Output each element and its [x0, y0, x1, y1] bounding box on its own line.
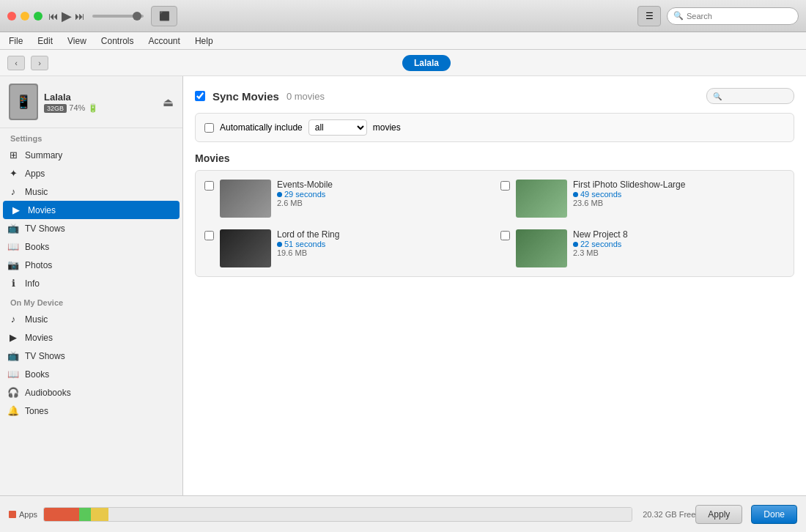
movie-item-new-project-8: New Project 8 22 seconds 2.3 MB: [500, 229, 785, 267]
apps-storage-label: Apps: [19, 510, 37, 519]
sidebar-item-music-device[interactable]: ♪ Music: [0, 310, 182, 328]
minimize-button[interactable]: [21, 12, 29, 21]
movie-thumb-new-project-8: [516, 229, 567, 267]
title-bar: ⏮ ▶ ⏭ ⬛ ☰ 🔍: [0, 0, 806, 32]
storage-segment-free: [108, 508, 632, 521]
sidebar-item-info[interactable]: ℹ Info: [0, 274, 182, 292]
music-icon: ♪: [7, 186, 19, 197]
menu-file[interactable]: File: [6, 34, 26, 48]
movie-info-new-project-8: New Project 8 22 seconds 2.3 MB: [573, 229, 785, 257]
title-right-controls: ☰ 🔍: [637, 6, 799, 26]
sidebar-item-tv-shows[interactable]: 📺 TV Shows: [0, 219, 182, 237]
volume-slider[interactable]: [92, 15, 144, 18]
maximize-button[interactable]: [34, 12, 42, 21]
summary-icon: ⊞: [7, 149, 19, 160]
device-name-badge[interactable]: Lalala: [402, 55, 451, 71]
movie-item-lord-of-the-ring: Lord of the Ring 51 seconds 19.6 MB: [204, 229, 489, 267]
menu-controls[interactable]: Controls: [98, 34, 137, 48]
apps-icon: ✦: [7, 168, 19, 179]
movie-thumb-lord-of-the-ring: [220, 229, 271, 267]
movie-title-lord-of-the-ring: Lord of the Ring: [277, 229, 489, 240]
sidebar-item-photos[interactable]: 📷 Photos: [0, 256, 182, 274]
movie-title-events-mobile: Events-Mobile: [277, 180, 489, 190]
close-button[interactable]: [7, 12, 16, 21]
sync-search-icon: 🔍: [713, 92, 722, 100]
movie-checkbox-first-iphoto[interactable]: [500, 181, 510, 191]
play-button[interactable]: ▶: [62, 8, 72, 24]
sync-checkbox[interactable]: [195, 91, 205, 101]
sidebar-item-summary[interactable]: ⊞ Summary: [0, 146, 182, 164]
back-button[interactable]: ‹: [7, 56, 25, 70]
fast-forward-button[interactable]: ⏭: [75, 10, 85, 22]
sync-search-box: 🔍: [706, 88, 794, 104]
eject-button[interactable]: ⏏: [163, 95, 174, 109]
info-icon: ℹ: [7, 278, 19, 289]
sidebar-item-movies[interactable]: ▶ Movies: [3, 201, 180, 219]
movies-section-title: Movies: [195, 152, 794, 164]
duration-dot: [277, 242, 282, 247]
device-thumbnail: 📱: [10, 85, 37, 119]
books-icon: 📖: [7, 241, 19, 252]
sidebar-item-music[interactable]: ♪ Music: [0, 182, 182, 201]
photos-icon: 📷: [7, 259, 19, 270]
sidebar-item-books[interactable]: 📖 Books: [0, 237, 182, 256]
storage-segment-apps: [44, 508, 79, 521]
sidebar-item-tv-shows-device[interactable]: 📺 TV Shows: [0, 347, 182, 365]
sidebar-label-photos: Photos: [25, 260, 52, 270]
apps-color-swatch: [9, 511, 16, 518]
movie-duration-first-iphoto: 49 seconds: [573, 190, 785, 199]
device-icon: 📱: [9, 84, 38, 120]
movie-title-first-iphoto: First iPhoto Slideshow-Large: [573, 180, 785, 190]
movie-checkbox-events-mobile[interactable]: [204, 181, 214, 191]
sidebar-label-audiobooks-device: Audiobooks: [25, 388, 71, 398]
auto-include-select[interactable]: all: [308, 119, 367, 136]
done-button[interactable]: Done: [751, 505, 797, 524]
device-info: Lalala 32GB 74% 🔋: [44, 92, 157, 113]
movie-checkbox-lord-of-the-ring[interactable]: [204, 231, 214, 240]
menu-view[interactable]: View: [64, 34, 89, 48]
airplay-button[interactable]: ⬛: [151, 6, 177, 26]
menu-edit[interactable]: Edit: [34, 34, 56, 48]
settings-section-label: Settings: [0, 128, 182, 146]
sync-count: 0 movies: [286, 91, 325, 102]
movie-item-events-mobile: Events-Mobile 29 seconds 2.6 MB: [204, 180, 489, 218]
forward-button[interactable]: ›: [31, 56, 48, 70]
duration-dot: [573, 192, 578, 197]
sidebar-item-audiobooks-device[interactable]: 🎧 Audiobooks: [0, 383, 182, 402]
sidebar-label-tones-device: Tones: [25, 406, 48, 416]
movie-item-first-iphoto: First iPhoto Slideshow-Large 49 seconds …: [500, 180, 785, 218]
duration-dot: [277, 192, 282, 197]
rewind-button[interactable]: ⏮: [48, 10, 59, 22]
search-box: 🔍: [667, 7, 799, 25]
auto-include-row: Automatically include all movies: [195, 113, 794, 142]
movie-checkbox-new-project-8[interactable]: [500, 231, 510, 240]
sidebar-item-apps[interactable]: ✦ Apps: [0, 164, 182, 182]
free-storage-label: 20.32 GB Free: [643, 510, 695, 519]
playback-controls: ⏮ ▶ ⏭ ⬛: [48, 6, 177, 26]
auto-include-suffix: movies: [373, 122, 401, 133]
sidebar-item-books-device[interactable]: 📖 Books: [0, 365, 182, 383]
menu-help[interactable]: Help: [192, 34, 216, 48]
movie-info-events-mobile: Events-Mobile 29 seconds 2.6 MB: [277, 180, 489, 207]
sidebar-item-tones-device[interactable]: 🔔 Tones: [0, 402, 182, 420]
tv-shows-device-icon: 📺: [7, 350, 19, 361]
sidebar-label-tv-shows: TV Shows: [25, 223, 65, 234]
music-device-icon: ♪: [7, 314, 19, 325]
search-input[interactable]: [687, 12, 792, 21]
tones-device-icon: 🔔: [7, 405, 19, 416]
apply-button[interactable]: Apply: [695, 505, 742, 524]
sidebar-label-movies: Movies: [28, 205, 56, 215]
sidebar-label-info: Info: [25, 278, 40, 289]
sidebar: 📱 Lalala 32GB 74% 🔋 ⏏ Settings ⊞ Summary…: [0, 76, 183, 495]
sync-header: Sync Movies 0 movies 🔍: [195, 88, 794, 104]
sidebar-item-movies-device[interactable]: ▶ Movies: [0, 328, 182, 347]
menu-account[interactable]: Account: [146, 34, 183, 48]
movie-size-first-iphoto: 23.6 MB: [573, 199, 785, 207]
menu-bar: File Edit View Controls Account Help: [0, 32, 806, 50]
movies-icon: ▶: [10, 204, 22, 215]
movie-duration-events-mobile: 29 seconds: [277, 190, 489, 199]
sidebar-label-movies-device: Movies: [25, 333, 53, 343]
auto-include-checkbox[interactable]: [204, 123, 214, 133]
list-view-button[interactable]: ☰: [637, 6, 661, 26]
movie-thumb-events-mobile: [220, 180, 271, 218]
